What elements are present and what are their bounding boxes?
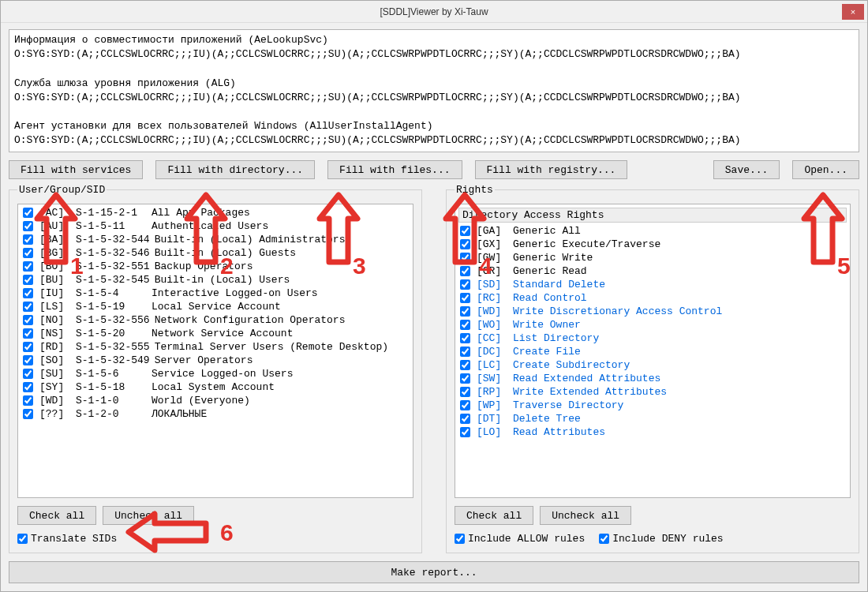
list-item-checkbox[interactable] — [460, 306, 470, 317]
list-item-checkbox[interactable] — [460, 226, 470, 236]
include-allow-label[interactable]: Include ALLOW rules — [455, 533, 585, 545]
window-title: [SDDL]Viewer by Xi-Tauw — [380, 6, 488, 17]
list-item[interactable]: [WD]S-1-1-0World (Everyone) — [21, 394, 410, 407]
right-code: [WD] — [477, 305, 508, 317]
open-button[interactable]: Open... — [792, 160, 859, 179]
list-item[interactable]: [LC]Create Subdirectory — [458, 358, 847, 372]
list-item[interactable]: [SO]S-1-5-32-549Server Operators — [21, 354, 410, 367]
list-item[interactable]: [DT]Delete Tree — [458, 412, 847, 425]
list-item-checkbox[interactable] — [460, 266, 470, 276]
list-item[interactable]: [BG]S-1-5-32-546Built-in (Local) Guests — [21, 246, 410, 260]
sid-value: S-1-5-11 — [76, 220, 147, 232]
translate-sids-label[interactable]: Translate SIDs — [17, 533, 117, 545]
list-item-checkbox[interactable] — [460, 320, 470, 330]
include-allow-checkbox[interactable] — [455, 534, 465, 544]
list-item-checkbox[interactable] — [460, 373, 470, 384]
list-item[interactable]: [BU]S-1-5-32-545Built-in (Local) Users — [21, 273, 410, 287]
list-item[interactable]: [BO]S-1-5-32-551Backup Operators — [21, 260, 410, 273]
list-item[interactable]: [RP]Write Extended Attributes — [458, 385, 847, 399]
list-item-checkbox[interactable] — [460, 414, 470, 424]
list-item[interactable]: [BA]S-1-5-32-544Built-in (Local) Adminis… — [21, 233, 410, 246]
list-item[interactable]: [AC]S-1-15-2-1All App Packages — [21, 206, 410, 219]
list-item-checkbox[interactable] — [460, 360, 470, 370]
include-deny-checkbox[interactable] — [599, 534, 609, 544]
list-item[interactable]: [WP]Traverse Directory — [458, 399, 847, 412]
fill-services-button[interactable]: Fill with services — [9, 160, 143, 179]
list-item-checkbox[interactable] — [23, 261, 33, 272]
list-item-checkbox[interactable] — [23, 208, 33, 218]
list-item[interactable]: [LO]Read Attributes — [458, 425, 847, 439]
list-item[interactable]: [WO]Write Owner — [458, 318, 847, 332]
list-item-checkbox[interactable] — [23, 288, 33, 298]
left-uncheck-all-button[interactable]: Uncheck all — [103, 506, 194, 525]
list-item[interactable]: [SD]Standard Delete — [458, 278, 847, 291]
list-item[interactable]: [GR]Generic Read — [458, 264, 847, 278]
fill-registry-button[interactable]: Fill with registry... — [475, 160, 628, 179]
list-item-checkbox[interactable] — [23, 369, 33, 379]
panels: User/Group/SID [AC]S-1-15-2-1All App Pac… — [9, 184, 859, 553]
list-item-checkbox[interactable] — [23, 342, 33, 352]
list-item-checkbox[interactable] — [23, 248, 33, 258]
list-item-checkbox[interactable] — [460, 279, 470, 290]
save-button[interactable]: Save... — [713, 160, 780, 179]
list-item[interactable]: [RC]Read Control — [458, 291, 847, 305]
list-item[interactable]: [RD]S-1-5-32-555Terminal Server Users (R… — [21, 340, 410, 354]
list-item[interactable]: [AU]S-1-5-11Authenticated Users — [21, 219, 410, 233]
list-item-checkbox[interactable] — [460, 347, 470, 357]
list-item-checkbox[interactable] — [460, 427, 470, 437]
list-item[interactable]: [SU]S-1-5-6Service Logged-on Users — [21, 367, 410, 380]
list-item-checkbox[interactable] — [23, 302, 33, 312]
list-item[interactable]: [GW]Generic Write — [458, 251, 847, 264]
include-deny-label[interactable]: Include DENY rules — [599, 533, 723, 545]
list-item-checkbox[interactable] — [23, 275, 33, 285]
list-item-checkbox[interactable] — [23, 395, 33, 406]
sid-value: S-1-5-32-549 — [76, 354, 150, 366]
right-panel-buttons: Check all Uncheck all — [455, 506, 851, 525]
list-item[interactable]: [CC]List Directory — [458, 332, 847, 345]
list-item[interactable]: [NO]S-1-5-32-556Network Configuration Op… — [21, 313, 410, 327]
list-item[interactable]: [GA]Generic All — [458, 224, 847, 238]
list-item-checkbox[interactable] — [460, 333, 470, 343]
right-code: [GR] — [477, 265, 508, 277]
sid-code: [IU] — [39, 287, 71, 299]
list-item[interactable]: [NS]S-1-5-20Network Service Account — [21, 327, 410, 340]
sid-code: [RD] — [39, 341, 71, 353]
list-item[interactable]: [DC]Create File — [458, 345, 847, 358]
list-item[interactable]: [LS]S-1-5-19Local Service Account — [21, 300, 410, 313]
right-desc: Create File — [513, 346, 581, 358]
list-item[interactable]: [SW]Read Extended Attributes — [458, 372, 847, 385]
left-check-all-button[interactable]: Check all — [17, 506, 96, 525]
fill-directory-button[interactable]: Fill with directory... — [155, 160, 315, 179]
rights-list[interactable]: Directory Access Rights[GA]Generic All[G… — [455, 204, 851, 498]
sid-desc: Terminal Server Users (Remote Desktop) — [155, 341, 388, 353]
list-item-checkbox[interactable] — [460, 400, 470, 410]
list-item-checkbox[interactable] — [460, 239, 470, 249]
list-item-checkbox[interactable] — [23, 234, 33, 245]
make-report-button[interactable]: Make report... — [9, 561, 859, 583]
list-item-checkbox[interactable] — [23, 328, 33, 339]
right-uncheck-all-button[interactable]: Uncheck all — [540, 506, 631, 525]
right-check-all-button[interactable]: Check all — [455, 506, 533, 525]
list-item-checkbox[interactable] — [460, 293, 470, 303]
list-item-checkbox[interactable] — [23, 409, 33, 419]
close-button[interactable]: × — [842, 4, 864, 20]
sid-code: [LS] — [39, 301, 71, 313]
sddl-textarea[interactable] — [9, 29, 859, 152]
list-item-checkbox[interactable] — [23, 315, 33, 325]
list-item[interactable]: [??]S-1-2-0ЛОКАЛЬНЫЕ — [21, 407, 410, 421]
sid-code: [BO] — [39, 260, 71, 272]
list-item-checkbox[interactable] — [23, 355, 33, 365]
list-item-checkbox[interactable] — [460, 253, 470, 263]
list-item[interactable]: [IU]S-1-5-4Interactive Logged-on Users — [21, 287, 410, 300]
list-item[interactable]: [WD]Write Discretionary Access Control — [458, 305, 847, 318]
fill-files-button[interactable]: Fill with files... — [327, 160, 462, 179]
sid-desc: Server Operators — [155, 354, 253, 366]
list-item-checkbox[interactable] — [23, 382, 33, 392]
list-item-checkbox[interactable] — [23, 221, 33, 231]
translate-sids-checkbox[interactable] — [17, 534, 28, 544]
list-item[interactable]: [SY]S-1-5-18Local System Account — [21, 380, 410, 394]
list-item[interactable]: [GX]Generic Execute/Traverse — [458, 238, 847, 251]
user-sid-list[interactable]: [AC]S-1-15-2-1All App Packages[AU]S-1-5-… — [17, 204, 413, 498]
list-item-checkbox[interactable] — [460, 387, 470, 397]
rights-panel: Rights Directory Access Rights[GA]Generi… — [446, 184, 859, 553]
